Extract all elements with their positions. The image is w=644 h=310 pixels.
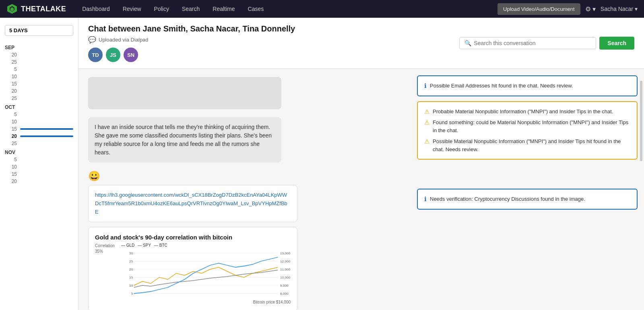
svg-text:9,000: 9,000 bbox=[280, 284, 289, 288]
logo-text: THETALAKE bbox=[21, 5, 66, 13]
svg-text:10,000: 10,000 bbox=[280, 276, 291, 280]
annotation-row: ℹ Possible Email Addresses hit found in … bbox=[424, 82, 630, 90]
days-select[interactable]: 5 DAYS1 DAY7 DAYS30 DAYS bbox=[5, 25, 73, 36]
svg-text:13,000: 13,000 bbox=[280, 252, 291, 256]
nav-dashboard[interactable]: Dashboard bbox=[76, 0, 116, 18]
legend-spy: — SPY bbox=[138, 243, 151, 248]
timeline-bar-active bbox=[20, 135, 73, 137]
chart-card: Gold and stock's 90-day correlation with… bbox=[88, 227, 297, 310]
emoji-message: 😀 bbox=[88, 171, 401, 182]
annotation-text-3: Possible Material Nonpublic Information … bbox=[433, 137, 630, 153]
annotation-text: Possible Email Addresses hit found in th… bbox=[430, 82, 573, 90]
svg-text:8,000: 8,000 bbox=[280, 292, 289, 296]
svg-text:30: 30 bbox=[129, 252, 133, 256]
timeline-row: 25 bbox=[0, 58, 78, 66]
message-bubble: I have an inside source that tells me th… bbox=[88, 117, 281, 162]
annotation-row-3: ⚠ Possible Material Nonpublic Informatio… bbox=[424, 137, 630, 153]
info-icon: ℹ bbox=[424, 196, 427, 203]
chat-search-area: 🔍 Search bbox=[459, 37, 634, 50]
annotation-row-crypto: ℹ Needs verification: Cryptocurrency Dis… bbox=[424, 195, 630, 203]
timeline-row: 20 bbox=[0, 133, 78, 140]
legend-gld: — GLD bbox=[121, 243, 134, 248]
content-area: Chat between Jane Smith, Sacha Nacar, Ti… bbox=[78, 18, 644, 310]
scrollbar-thumb[interactable] bbox=[640, 81, 642, 161]
annotation-card-mnpi: ⚠ Probable Material Nonpublic Informatio… bbox=[417, 101, 638, 160]
message-placeholder bbox=[88, 77, 281, 109]
svg-text:10: 10 bbox=[129, 284, 133, 288]
chat-source-text: Uploaded via Dialpad bbox=[99, 37, 149, 43]
warning-icon: ⚠ bbox=[424, 119, 429, 126]
annotation-text-2: Found something: could be Material Nonpu… bbox=[433, 119, 630, 134]
annotation-text-1: Probable Material Nonpublic Information … bbox=[433, 108, 613, 116]
nav-search[interactable]: Search bbox=[175, 0, 206, 18]
annotation-row-2: ⚠ Found something: could be Material Non… bbox=[424, 119, 630, 134]
legend-btc: — BTC bbox=[154, 243, 167, 248]
logo: THETALAKE bbox=[6, 3, 66, 15]
timeline-row: 10 bbox=[0, 163, 78, 171]
avatar-sn: SN bbox=[124, 48, 138, 62]
svg-text:15: 15 bbox=[129, 276, 133, 280]
search-icon: 🔍 bbox=[464, 40, 471, 46]
url-message: https://lh3.googleusercontent.com/wckDl_… bbox=[88, 185, 297, 222]
chart-title: Gold and stock's 90-day correlation with… bbox=[95, 234, 291, 241]
timeline-row: 15 bbox=[0, 80, 78, 87]
message-bubble-wrap: I have an inside source that tells me th… bbox=[88, 117, 401, 162]
timeline: SEP 20 25 5 10 15 20 25 OCT 5 10 15 20 2… bbox=[0, 39, 78, 188]
nav-links: Dashboard Review Policy Search Realtime … bbox=[76, 0, 497, 18]
annotation-row-1: ⚠ Probable Material Nonpublic Informatio… bbox=[424, 108, 630, 116]
search-button[interactable]: Search bbox=[599, 37, 634, 50]
timeline-row: 25 bbox=[0, 95, 78, 102]
nav-policy[interactable]: Policy bbox=[148, 0, 175, 18]
sidebar: 5 DAYS1 DAY7 DAYS30 DAYS SEP 20 25 5 10 … bbox=[0, 18, 78, 310]
timeline-row: 5 bbox=[0, 111, 78, 118]
nav-realtime[interactable]: Realtime bbox=[206, 0, 241, 18]
annotation-text-crypto: Needs verification: Cryptocurrency Discu… bbox=[430, 195, 585, 203]
annotation-card-crypto: ℹ Needs verification: Cryptocurrency Dis… bbox=[417, 189, 638, 210]
timeline-row: 20 bbox=[0, 87, 78, 95]
timeline-row: 5 bbox=[0, 66, 78, 73]
chat-title: Chat between Jane Smith, Sacha Nacar, Ti… bbox=[88, 24, 295, 33]
chat-body: I have an inside source that tells me th… bbox=[78, 69, 644, 310]
info-icon: ℹ bbox=[424, 82, 427, 89]
chat-header: Chat between Jane Smith, Sacha Nacar, Ti… bbox=[78, 18, 644, 69]
annotation-card-email: ℹ Possible Email Addresses hit found in … bbox=[417, 75, 638, 96]
timeline-row: 10 bbox=[0, 73, 78, 80]
nav-review[interactable]: Review bbox=[116, 0, 148, 18]
warning-icon: ⚠ bbox=[424, 138, 429, 145]
warning-icon: ⚠ bbox=[424, 108, 429, 115]
days-select-wrap: 5 DAYS1 DAY7 DAYS30 DAYS bbox=[0, 22, 78, 39]
svg-text:11,000: 11,000 bbox=[280, 268, 291, 272]
svg-text:20: 20 bbox=[129, 268, 133, 272]
timeline-row: 15 bbox=[0, 171, 78, 178]
timeline-row: 20 bbox=[0, 51, 78, 58]
dialpad-icon: 💬 bbox=[88, 36, 96, 44]
timeline-row: 5 bbox=[0, 156, 78, 163]
search-input[interactable] bbox=[474, 40, 591, 46]
avatars: TD JS SN bbox=[88, 48, 295, 62]
month-sep: SEP bbox=[0, 42, 78, 51]
timeline-row: 15 bbox=[0, 125, 78, 133]
timeline-row: 20 bbox=[0, 178, 78, 185]
chat-header-top: Chat between Jane Smith, Sacha Nacar, Ti… bbox=[88, 24, 634, 62]
settings-icon[interactable]: ⚙ ▾ bbox=[585, 5, 596, 13]
upload-button[interactable]: Upload Video/Audio/Document bbox=[497, 3, 580, 15]
chart-y-right-label: Bitcoin price $14,000 bbox=[121, 300, 291, 304]
svg-text:25: 25 bbox=[129, 260, 133, 264]
chat-messages: I have an inside source that tells me th… bbox=[78, 69, 411, 310]
chat-source: 💬 Uploaded via Dialpad bbox=[88, 36, 295, 44]
chart-y-left-label: Correlation35% bbox=[95, 243, 115, 304]
annotations-panel: ℹ Possible Email Addresses hit found in … bbox=[411, 69, 644, 310]
month-oct: OCT bbox=[0, 102, 78, 111]
avatar-td: TD bbox=[88, 48, 103, 62]
svg-text:5: 5 bbox=[131, 292, 133, 296]
nav-right: Upload Video/Audio/Document ⚙ ▾ Sacha Na… bbox=[497, 3, 638, 15]
nav-cases[interactable]: Cases bbox=[242, 0, 270, 18]
timeline-bar-active bbox=[20, 128, 73, 130]
search-input-wrap: 🔍 bbox=[459, 37, 596, 49]
user-menu[interactable]: Sacha Nacar ▾ bbox=[601, 6, 638, 12]
timeline-row: 25 bbox=[0, 140, 78, 147]
timeline-row: 10 bbox=[0, 118, 78, 125]
svg-text:12,000: 12,000 bbox=[280, 260, 291, 264]
chat-header-left: Chat between Jane Smith, Sacha Nacar, Ti… bbox=[88, 24, 295, 62]
main-layout: 5 DAYS1 DAY7 DAYS30 DAYS SEP 20 25 5 10 … bbox=[0, 18, 644, 310]
